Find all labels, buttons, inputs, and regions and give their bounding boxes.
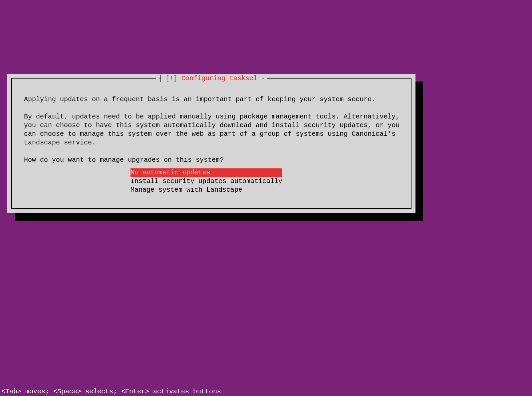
options-list: No automatic updates Install security up… — [131, 168, 282, 194]
dialog-title-wrap: ┤ [!] Configuring tasksel ├ — [156, 75, 267, 82]
dialog-title: [!] Configuring tasksel — [165, 75, 257, 82]
option-install-security-updates[interactable]: Install security updates automatically — [131, 177, 282, 186]
dialog-question: How do you want to manage upgrades on th… — [24, 156, 412, 164]
title-dash-right: ├ — [260, 75, 264, 82]
title-dash-left: ┤ — [159, 75, 163, 82]
dialog-paragraph-1: Applying updates on a frequent basis is … — [24, 95, 412, 104]
dialog-paragraph-2: By default, updates need to be applied m… — [24, 112, 412, 147]
option-no-automatic-updates[interactable]: No automatic updates — [131, 168, 282, 177]
footer-hint: <Tab> moves; <Space> selects; <Enter> ac… — [1, 388, 221, 395]
tasksel-dialog: ┤ [!] Configuring tasksel ├ Applying upd… — [7, 74, 415, 213]
option-manage-with-landscape[interactable]: Manage system with Landscape — [131, 186, 282, 194]
dialog-body: Applying updates on a frequent basis is … — [24, 95, 412, 164]
